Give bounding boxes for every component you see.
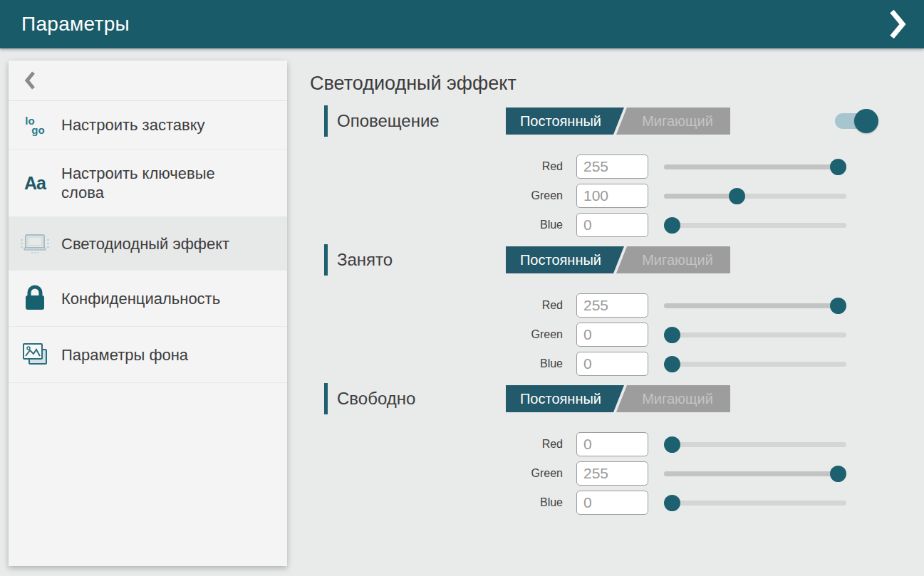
section-notification: Оповещение Постоянный Мигающий Red	[310, 105, 924, 237]
section-busy: Занято Постоянный Мигающий Red Green	[310, 244, 924, 376]
green-slider-row: Green	[310, 323, 924, 347]
green-value-input[interactable]	[576, 184, 648, 208]
led-effect-panel: Светодиодный эффект Оповещение Постоянны…	[310, 48, 924, 520]
keywords-icon: Aa	[9, 173, 61, 194]
green-label: Green	[310, 467, 563, 480]
slider-thumb[interactable]	[830, 298, 846, 314]
background-images-icon	[9, 341, 61, 368]
toggle-knob	[854, 109, 878, 133]
sidebar-item-led-effect[interactable]: Светодиодный эффект	[9, 217, 287, 271]
green-slider-row: Green	[310, 184, 924, 208]
blue-slider-row: Blue	[310, 491, 924, 515]
green-slider-row: Green	[310, 461, 924, 486]
section-free: Свободно Постоянный Мигающий Red Green	[310, 383, 924, 515]
slider-thumb[interactable]	[664, 356, 680, 372]
slider-thumb[interactable]	[664, 436, 680, 453]
mode-option-blink[interactable]: Мигающий	[616, 385, 730, 412]
sidebar-item-label: Настроить заставку	[61, 115, 205, 135]
red-value-input[interactable]	[576, 293, 648, 318]
sidebar-item-screensaver[interactable]: lo go Настроить заставку	[9, 101, 287, 150]
led-monitor-icon	[9, 231, 61, 256]
sidebar-back-button[interactable]	[9, 61, 287, 101]
sidebar-item-label: Настроить ключевые слова	[61, 164, 225, 202]
blue-slider-row: Blue	[310, 352, 924, 376]
blue-slider[interactable]	[664, 491, 846, 515]
slider-track	[664, 501, 846, 506]
chevron-right-icon	[889, 9, 906, 40]
slider-thumb[interactable]	[830, 466, 846, 482]
blue-value-input[interactable]	[576, 213, 648, 237]
slider-thumb[interactable]	[830, 159, 846, 175]
red-slider-row: Red	[310, 432, 924, 456]
settings-sidebar: lo go Настроить заставку Aa Настроить кл…	[9, 61, 287, 566]
slider-track	[664, 442, 846, 447]
sidebar-item-background[interactable]: Параметры фона	[9, 327, 287, 383]
blue-slider-row: Blue	[310, 213, 924, 237]
logo-icon-line2: go	[31, 125, 44, 135]
slider-fill	[664, 164, 839, 169]
red-slider-row: Red	[310, 293, 924, 318]
green-label: Green	[310, 328, 563, 341]
mode-option-blink[interactable]: Мигающий	[616, 108, 730, 135]
slider-thumb[interactable]	[664, 217, 680, 234]
red-slider-row: Red	[310, 155, 924, 179]
blue-slider[interactable]	[664, 352, 846, 376]
red-slider[interactable]	[664, 155, 846, 179]
section-title: Занято	[337, 250, 393, 270]
mode-option-solid[interactable]: Постоянный	[506, 108, 624, 135]
mode-option-solid[interactable]: Постоянный	[506, 246, 624, 273]
sidebar-item-label: Конфиденциальность	[61, 289, 220, 308]
red-value-input[interactable]	[576, 432, 648, 456]
green-value-input[interactable]	[576, 461, 648, 486]
section-accent-bar	[324, 105, 328, 137]
red-value-input[interactable]	[576, 155, 648, 179]
sidebar-item-label: Параметры фона	[61, 345, 188, 365]
red-label: Red	[310, 299, 563, 312]
blue-label: Blue	[310, 357, 563, 370]
section-accent-bar	[324, 383, 328, 414]
slider-fill	[664, 303, 839, 308]
slider-fill	[664, 471, 839, 476]
chevron-left-icon	[24, 70, 36, 90]
slider-track	[664, 362, 846, 367]
green-slider[interactable]	[664, 461, 846, 486]
mode-option-blink[interactable]: Мигающий	[616, 246, 730, 273]
slider-thumb[interactable]	[664, 495, 680, 511]
sidebar-item-keywords[interactable]: Aa Настроить ключевые слова	[9, 150, 287, 217]
mode-option-solid[interactable]: Постоянный	[506, 385, 624, 412]
app-title: Параметры	[21, 13, 130, 36]
mode-segmented-control: Постоянный Мигающий	[506, 108, 730, 135]
green-slider[interactable]	[664, 323, 846, 347]
logo-icon: lo go	[9, 116, 61, 135]
keywords-icon-text: Aa	[24, 173, 46, 194]
slider-track	[664, 332, 846, 337]
green-label: Green	[310, 189, 563, 202]
red-slider[interactable]	[664, 293, 846, 318]
red-slider[interactable]	[664, 432, 846, 456]
slider-thumb[interactable]	[729, 188, 745, 204]
blue-label: Blue	[310, 496, 563, 509]
slider-thumb[interactable]	[664, 327, 680, 343]
section-accent-bar	[324, 244, 328, 276]
red-label: Red	[310, 438, 563, 451]
lock-icon	[9, 285, 61, 312]
slider-track	[664, 223, 846, 228]
blue-slider[interactable]	[664, 213, 846, 237]
section-title: Оповещение	[337, 111, 440, 131]
mode-segmented-control: Постоянный Мигающий	[506, 246, 730, 273]
blue-value-input[interactable]	[576, 352, 648, 376]
chevron-right-icon[interactable]	[886, 8, 910, 41]
slider-fill	[664, 194, 737, 199]
notification-led-toggle[interactable]	[835, 113, 872, 129]
sidebar-item-privacy[interactable]: Конфиденциальность	[9, 271, 287, 327]
section-title: Свободно	[337, 389, 415, 409]
green-slider[interactable]	[664, 184, 846, 208]
mode-segmented-control: Постоянный Мигающий	[506, 385, 730, 412]
green-value-input[interactable]	[576, 323, 648, 347]
red-label: Red	[310, 160, 563, 173]
page-title: Светодиодный эффект	[310, 73, 924, 95]
sidebar-item-label: Светодиодный эффект	[61, 234, 229, 253]
blue-label: Blue	[310, 219, 563, 231]
blue-value-input[interactable]	[576, 491, 648, 515]
app-header: Параметры	[0, 0, 924, 48]
